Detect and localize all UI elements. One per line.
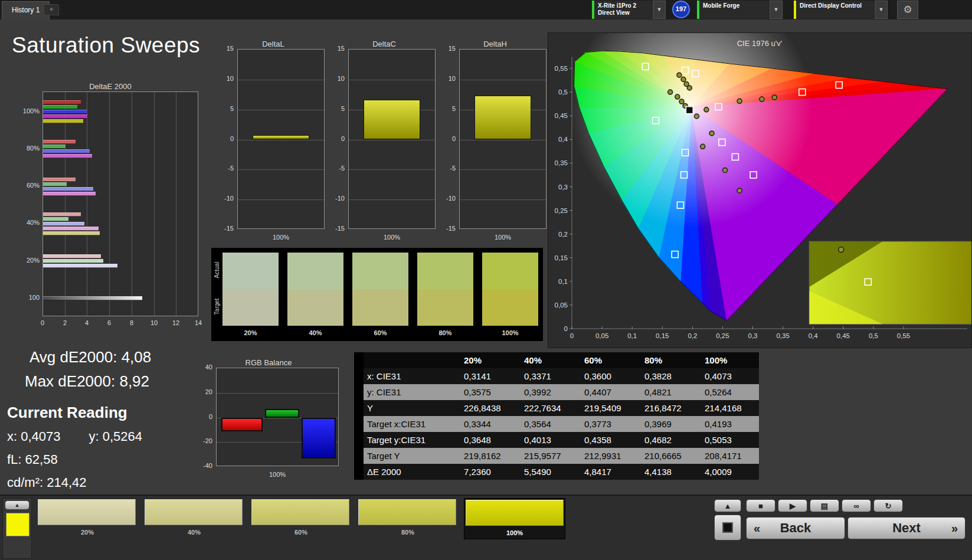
chevron-down-icon: ▼ <box>774 6 779 12</box>
sweep-button-100%[interactable]: 100% <box>464 498 565 539</box>
cie-inset-zoom <box>809 241 971 324</box>
deltaE-bar <box>43 140 76 144</box>
cell-value: 219,8162 <box>457 448 517 464</box>
deltaE-bar <box>43 231 100 235</box>
continuous-icon: ∞ <box>853 502 859 510</box>
calibration-app: History 1 + X-Rite i1Pro 2 Direct View ▼… <box>0 0 972 560</box>
cell-value: 0,4821 <box>637 384 698 400</box>
y-tick-label: 10 <box>441 75 456 82</box>
cell-value: 0,3600 <box>577 368 637 384</box>
cell-value: 0,3344 <box>457 416 517 432</box>
y-tick-label: 40 <box>195 363 212 371</box>
back-button[interactable]: «Back <box>746 517 845 539</box>
sweep-swatch <box>466 500 564 526</box>
display-dropdown-arrow[interactable]: ▼ <box>875 1 888 19</box>
y-tick-label: 10 <box>220 75 234 82</box>
play-icon: ▶ <box>790 502 796 510</box>
svg-text:0,1: 0,1 <box>558 278 568 285</box>
stop-button[interactable]: ■ <box>746 499 775 512</box>
sweep-button-20%[interactable]: 20% <box>37 498 138 539</box>
sweep-button-80%[interactable]: 80% <box>357 498 459 539</box>
actual-swatch <box>222 253 279 289</box>
swatch-column-label: 60% <box>352 329 408 336</box>
deltaL-bar <box>253 135 309 139</box>
play-button[interactable]: ▶ <box>778 499 807 512</box>
next-button[interactable]: Next» <box>847 517 966 539</box>
cell-value: 212,9931 <box>577 448 637 464</box>
source-dropdown-arrow[interactable]: ▼ <box>770 1 783 19</box>
target-row-label: Target <box>214 294 220 320</box>
meter-selector[interactable]: X-Rite i1Pro 2 Direct View <box>592 1 652 19</box>
deltaC-title: DeltaC <box>330 40 438 48</box>
sweep-swatch <box>38 499 136 525</box>
expand-up-button[interactable]: ▲ <box>714 499 741 512</box>
avg-de2000: Avg dE2000: 4,08 <box>30 348 151 366</box>
y-tick-label: 15 <box>330 45 345 52</box>
back-chevron-icon: « <box>754 522 760 535</box>
x-axis-label: 100% <box>216 471 339 478</box>
svg-text:0,45: 0,45 <box>555 112 568 119</box>
sweep-button-40%[interactable]: 40% <box>143 498 245 539</box>
display-control-selector[interactable]: Direct Display Control <box>794 1 874 19</box>
svg-text:0,35: 0,35 <box>555 159 568 166</box>
disk-button[interactable]: ▤ <box>810 499 839 512</box>
cell-value: 0,5053 <box>698 432 758 448</box>
back-label: Back <box>780 520 811 536</box>
deltaE-bar <box>43 212 81 217</box>
next-label: Next <box>892 520 921 536</box>
y-tick-label: -15 <box>441 225 456 232</box>
row-strip <box>354 368 364 384</box>
deltaE-bar <box>43 114 87 119</box>
y-tick-label: 5 <box>441 105 456 112</box>
deltaH-title: DeltaH <box>441 40 549 48</box>
cell-value: 219,5409 <box>577 400 637 416</box>
target-swatch <box>287 289 343 326</box>
svg-text:0,4: 0,4 <box>809 332 819 339</box>
sweep-label: 80% <box>357 529 459 536</box>
cell-value: 0,3648 <box>457 432 517 448</box>
expand-up-button[interactable]: ▲ <box>5 500 30 510</box>
stop-square-icon <box>722 522 733 533</box>
meter-dropdown-arrow[interactable]: ▼ <box>653 1 666 19</box>
settings-gear-button[interactable]: ⚙ <box>897 1 918 19</box>
y-group-label: 20% <box>20 257 40 264</box>
cell-value: 0,3773 <box>577 416 637 432</box>
x-tick-label: 8 <box>126 319 138 326</box>
gridline <box>349 169 435 170</box>
cell-value: 0,3575 <box>457 384 517 400</box>
svg-text:0,5: 0,5 <box>869 332 878 339</box>
deltaE-bar <box>43 110 87 114</box>
y-tick-label: 5 <box>330 105 345 112</box>
sweep-button-60%[interactable]: 60% <box>250 498 352 539</box>
sweep-swatch <box>358 499 456 525</box>
y-tick-label: 15 <box>220 45 234 52</box>
x-tick-label: 0 <box>37 319 48 326</box>
target-swatch <box>222 289 279 326</box>
gridline <box>109 92 110 316</box>
deltaE-bar <box>43 149 90 153</box>
continuous-button[interactable]: ∞ <box>842 499 871 512</box>
bottom-bar: ▲20%40%60%80%100%▲■▶▤∞↻«BackNext» <box>0 494 972 560</box>
deltaE-bar <box>43 296 142 300</box>
source-selector[interactable]: Mobile Forge <box>697 1 769 19</box>
gridline <box>65 92 66 316</box>
row-strip <box>354 400 364 416</box>
row-label: ΔE 2000 <box>364 464 457 480</box>
large-stop-button[interactable] <box>714 515 741 541</box>
current-cdm2: cd/m²: 214,42 <box>7 475 151 490</box>
cell-value: 215,9577 <box>517 448 577 464</box>
current-y: y: 0,5264 <box>89 429 143 444</box>
cell-value: 0,3564 <box>517 416 577 432</box>
add-history-tab-button[interactable]: + <box>44 4 59 15</box>
deltaH-chart: DeltaH151050-5-10-15100% <box>441 39 549 247</box>
svg-text:0,55: 0,55 <box>897 332 910 339</box>
loop-button[interactable]: ↻ <box>873 499 903 512</box>
gridline <box>238 80 324 80</box>
swatch-column-label: 20% <box>222 329 279 336</box>
actual-target-swatches: ActualTarget20%40%60%80%100% <box>211 248 543 341</box>
cell-value: 0,4358 <box>577 432 637 448</box>
chevron-down-icon: ▼ <box>879 6 884 12</box>
cell-value: 214,4168 <box>698 400 758 416</box>
history-tab[interactable]: History 1 <box>2 1 50 19</box>
actual-swatch <box>482 253 538 289</box>
